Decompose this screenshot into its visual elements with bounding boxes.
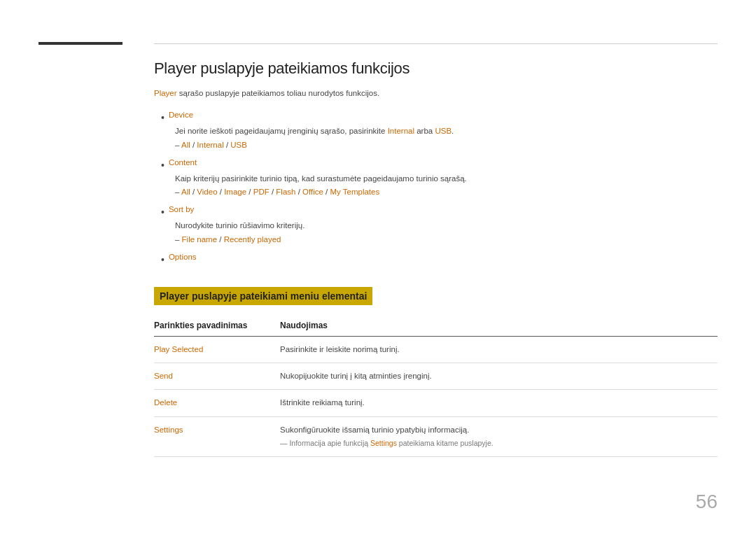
bullet-dot: • bbox=[161, 111, 164, 125]
list-item: • Options bbox=[161, 251, 718, 267]
settings-note-link: Settings bbox=[370, 439, 397, 447]
table-header-row: Parinkties pavadinimas Naudojimas bbox=[154, 316, 718, 337]
content-desc: Kaip kriterijų pasirinkite turinio tipą,… bbox=[175, 173, 718, 185]
device-desc: Jei norite ieškoti pageidaujamų įrengini… bbox=[175, 125, 718, 137]
sort-label: Sort by bbox=[169, 204, 194, 216]
all-link2: All bbox=[181, 188, 190, 196]
bullet-dot: • bbox=[161, 158, 164, 173]
bullet-dot: • bbox=[161, 253, 164, 267]
row-label: Send bbox=[154, 363, 280, 390]
row-desc-settings: Sukonfigūruokite išsamią turinio ypatybi… bbox=[280, 416, 718, 456]
main-content: Player puslapyje pateikiamos funkcijos P… bbox=[154, 59, 718, 457]
all-link: All bbox=[181, 141, 190, 149]
settings-note-after: pateikiama kitame puslapyje. bbox=[399, 439, 493, 447]
usb-link2: USB bbox=[230, 141, 247, 149]
filename-link: File name bbox=[182, 235, 218, 244]
video-link: Video bbox=[197, 188, 217, 196]
settings-note-before: — Informacija apie funkciją bbox=[280, 439, 368, 447]
office-link: Office bbox=[302, 188, 323, 196]
player-link: Player bbox=[154, 89, 177, 97]
internal-link: Internal bbox=[388, 127, 414, 135]
table-row: Play Selected Pasirinkite ir leiskite no… bbox=[154, 336, 718, 363]
highlight-heading-block: Player puslapyje pateikiami meniu elemen… bbox=[154, 287, 372, 305]
my-templates-link: My Templates bbox=[330, 188, 379, 196]
recently-played-link: Recently played bbox=[224, 235, 281, 244]
usb-link: USB bbox=[435, 127, 451, 135]
row-desc: Ištrinkite reikiamą turinį. bbox=[280, 390, 718, 416]
sort-desc: Nurodykite turinio rūšiavimo kriterijų. bbox=[175, 220, 718, 232]
device-sub-links: All / Internal / USB bbox=[175, 139, 718, 151]
image-link: Image bbox=[224, 188, 246, 196]
top-divider-line bbox=[154, 43, 718, 44]
row-label: Play Selected bbox=[154, 336, 280, 363]
sort-sub-links: File name / Recently played bbox=[175, 234, 718, 246]
page-number: 56 bbox=[696, 491, 718, 513]
intro-text-body: sąrašo puslapyje pateikiamos toliau nuro… bbox=[179, 89, 379, 97]
row-desc: Nukopijuokite turinį į kitą atminties įr… bbox=[280, 363, 718, 390]
device-label: Device bbox=[169, 109, 193, 121]
row-label: Delete bbox=[154, 390, 280, 416]
page-container: Player puslapyje pateikiamos funkcijos P… bbox=[0, 0, 756, 534]
page-title: Player puslapyje pateikiamos funkcijos bbox=[154, 59, 718, 78]
col2-header: Naudojimas bbox=[280, 316, 718, 337]
internal-link2: Internal bbox=[197, 141, 223, 149]
play-selected-label: Play Selected bbox=[154, 345, 203, 353]
table-row: Delete Ištrinkite reikiamą turinį. bbox=[154, 390, 718, 416]
settings-label: Settings bbox=[154, 426, 183, 434]
table-row: Send Nukopijuokite turinį į kitą atminti… bbox=[154, 363, 718, 390]
content-sub-links: All / Video / Image / PDF / Flash / Offi… bbox=[175, 186, 718, 198]
highlight-heading-text: Player puslapyje pateikiami meniu elemen… bbox=[160, 290, 367, 302]
left-accent-bar bbox=[38, 42, 122, 45]
bullet-dot: • bbox=[161, 205, 164, 220]
pdf-link: PDF bbox=[253, 188, 270, 196]
list-item: • Content Kaip kriterijų pasirinkite tur… bbox=[161, 157, 718, 199]
list-item: • Device Jei norite ieškoti pageidaujamų… bbox=[161, 109, 718, 151]
delete-label: Delete bbox=[154, 398, 177, 407]
row-desc: Pasirinkite ir leiskite norimą turinį. bbox=[280, 336, 718, 363]
options-label: Options bbox=[169, 251, 197, 263]
table-row: Settings Sukonfigūruokite išsamią turini… bbox=[154, 416, 718, 456]
list-item: • Sort by Nurodykite turinio rūšiavimo k… bbox=[161, 204, 718, 246]
col1-header: Parinkties pavadinimas bbox=[154, 316, 280, 337]
features-list: • Device Jei norite ieškoti pageidaujamų… bbox=[161, 109, 718, 267]
menu-table: Parinkties pavadinimas Naudojimas Play S… bbox=[154, 316, 718, 457]
settings-note: — Informacija apie funkciją Settings pat… bbox=[280, 438, 718, 449]
content-label: Content bbox=[169, 157, 197, 169]
settings-desc: Sukonfigūruokite išsamią turinio ypatybi… bbox=[280, 426, 469, 434]
flash-link: Flash bbox=[276, 188, 295, 196]
send-label: Send bbox=[154, 372, 173, 380]
row-label: Settings bbox=[154, 416, 280, 456]
intro-paragraph: Player sąrašo puslapyje pateikiamos toli… bbox=[154, 87, 718, 99]
